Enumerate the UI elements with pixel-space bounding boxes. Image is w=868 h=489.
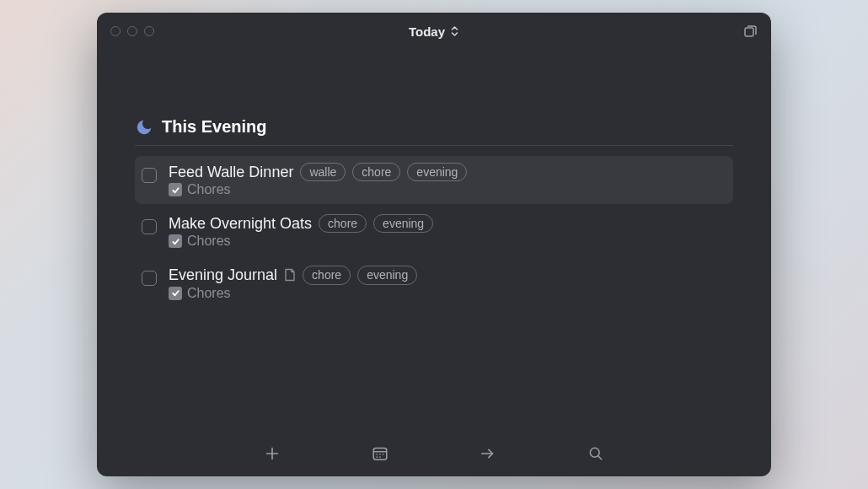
calendar-button[interactable]	[368, 442, 392, 465]
task-title: Make Overnight Oats	[169, 215, 312, 233]
app-window: Today This Ev	[97, 13, 771, 476]
task-area-line: Chores	[169, 286, 723, 301]
svg-point-6	[379, 454, 381, 455]
task-title: Feed Walle Dinner	[169, 164, 293, 181]
task-tag[interactable]: walle	[300, 163, 346, 181]
task-body: Evening JournalchoreeveningChores	[169, 266, 723, 300]
task-body: Feed Walle DinnerwallechoreeveningChores	[169, 163, 723, 197]
task-area: Chores	[187, 286, 231, 301]
task-tag[interactable]: evening	[407, 163, 467, 181]
task-area-line: Chores	[169, 234, 723, 249]
bottom-toolbar	[97, 431, 771, 476]
task-checkbox[interactable]	[142, 219, 157, 234]
task-area: Chores	[187, 182, 231, 197]
note-icon	[284, 268, 296, 282]
section-header: This Evening	[135, 117, 733, 146]
move-button[interactable]	[476, 442, 500, 465]
close-window-button[interactable]	[110, 26, 121, 36]
multi-window-button[interactable]	[742, 24, 758, 39]
main-content: This Evening Feed Walle Dinnerwallechore…	[97, 50, 771, 431]
section-title: This Evening	[162, 117, 266, 137]
task-checkbox[interactable]	[142, 168, 157, 183]
svg-point-7	[383, 454, 384, 455]
area-check-icon	[169, 234, 182, 248]
task-title-line: Evening Journalchoreevening	[169, 266, 723, 284]
area-check-icon	[169, 183, 182, 196]
task-tag[interactable]: evening	[357, 266, 417, 284]
task-area-line: Chores	[169, 182, 723, 197]
window-title: Today	[409, 24, 445, 39]
moon-icon	[135, 118, 153, 137]
task-title-line: Feed Walle Dinnerwallechoreevening	[169, 163, 723, 181]
task-area: Chores	[187, 234, 231, 249]
svg-point-5	[377, 454, 378, 455]
task-list: Feed Walle DinnerwallechoreeveningChores…	[135, 156, 733, 308]
zoom-window-button[interactable]	[144, 26, 154, 36]
task-title-line: Make Overnight Oatschoreevening	[169, 214, 723, 233]
task-tag[interactable]: chore	[319, 214, 367, 233]
task-body: Make Overnight OatschoreeveningChores	[169, 214, 723, 249]
new-task-button[interactable]	[260, 442, 284, 465]
task-checkbox[interactable]	[142, 271, 157, 286]
area-check-icon	[169, 287, 182, 300]
traffic-lights	[110, 26, 154, 36]
svg-line-12	[598, 456, 602, 459]
task-tag[interactable]: chore	[352, 163, 400, 181]
task-row[interactable]: Feed Walle DinnerwallechoreeveningChores	[135, 156, 733, 204]
search-button[interactable]	[584, 442, 608, 465]
minimize-window-button[interactable]	[127, 26, 137, 36]
svg-point-9	[379, 456, 381, 458]
task-tag[interactable]: evening	[373, 214, 433, 233]
task-tag[interactable]: chore	[303, 266, 351, 284]
titlebar: Today	[97, 13, 771, 50]
task-row[interactable]: Evening JournalchoreeveningChores	[135, 259, 733, 307]
svg-rect-0	[745, 28, 753, 36]
task-row[interactable]: Make Overnight OatschoreeveningChores	[135, 207, 733, 255]
chevron-up-down-icon	[450, 25, 459, 37]
svg-point-8	[377, 456, 378, 458]
view-selector[interactable]: Today	[409, 24, 459, 39]
task-title: Evening Journal	[169, 266, 277, 284]
